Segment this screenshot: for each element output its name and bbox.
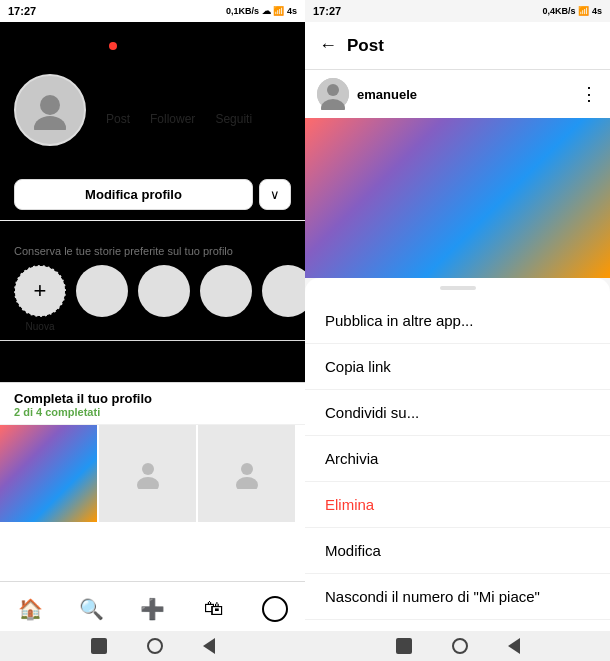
menu-item-archivia[interactable]: Archivia	[305, 436, 610, 482]
stat-post[interactable]: 1 Post	[106, 95, 130, 126]
system-nav-left	[0, 631, 305, 661]
menu-item-disattiva[interactable]: Disattiva i commenti	[305, 620, 610, 631]
menu-item-nascondi[interactable]: Nascondi il numero di "Mi piace"	[305, 574, 610, 620]
cell-placeholder-2	[99, 425, 196, 522]
complete-count: 2 di	[14, 406, 36, 418]
sys-square-left[interactable]	[91, 638, 107, 654]
right-panel: 17:27 0,4KB/s 📶 4s ← Post emanuele ⋮ Pub…	[305, 0, 610, 661]
stat-follower[interactable]: 1 Follower	[150, 95, 195, 126]
stories-section: Storie in evidenza ∧ Conserva le tue sto…	[0, 220, 305, 340]
edit-profile-button[interactable]: Modifica profilo	[14, 179, 253, 210]
post-avatar-icon	[317, 78, 349, 110]
time-left: 17:27	[8, 5, 36, 17]
sheet-handle	[440, 286, 476, 290]
nav-shop[interactable]: 🛍	[183, 590, 244, 627]
time-right: 17:27	[313, 5, 341, 17]
sys-square-right[interactable]	[396, 638, 412, 654]
post-user-row: emanuele ⋮	[305, 70, 610, 118]
new-post-icon[interactable]: ⊕	[246, 33, 264, 59]
sys-circle-left[interactable]	[147, 638, 163, 654]
sys-triangle-left[interactable]	[203, 638, 215, 654]
svg-point-0	[40, 95, 60, 115]
story-circle-3[interactable]	[200, 265, 252, 317]
back-button[interactable]: ←	[319, 35, 337, 56]
post-header: ← Post	[305, 22, 610, 70]
avatar-circle	[14, 74, 86, 146]
story-circle-2[interactable]	[138, 265, 190, 317]
story-4[interactable]	[262, 265, 305, 332]
system-nav-right	[305, 631, 610, 661]
nav-home[interactable]: 🏠	[0, 590, 61, 627]
sys-circle-right[interactable]	[452, 638, 468, 654]
svg-point-7	[327, 84, 339, 96]
post-title: Post	[347, 36, 596, 56]
story-new[interactable]: + Nuova	[14, 265, 66, 332]
dropdown-button[interactable]: ∨	[259, 179, 291, 210]
home-icon: 🏠	[18, 597, 43, 621]
sys-triangle-right[interactable]	[508, 638, 520, 654]
top-nav-icons: ⊕ ≡	[246, 33, 291, 59]
grid-cell-1[interactable]	[0, 425, 97, 522]
tab-grid[interactable]: ⊞	[0, 341, 153, 382]
grid-content: Completa il tuo profilo 2 di 4 completat…	[0, 383, 305, 581]
tab-tagged[interactable]: ⊡	[153, 341, 306, 382]
tab-bar: ⊞ ⊡	[0, 340, 305, 383]
menu-icon[interactable]: ≡	[278, 33, 291, 59]
seguiti-label: Seguiti	[215, 112, 252, 126]
plus-icon: +	[34, 278, 47, 304]
add-icon: ➕	[140, 597, 165, 621]
complete-title: Completa il tuo profilo	[14, 391, 291, 406]
shop-icon: 🛍	[204, 597, 224, 620]
three-dots-icon[interactable]: ⋮	[580, 83, 598, 105]
stories-title: Storie in evidenza	[14, 228, 125, 243]
stories-collapse-icon[interactable]: ∧	[281, 227, 291, 243]
tagged-icon: ⊡	[222, 351, 235, 370]
story-1[interactable]	[76, 265, 128, 332]
complete-total: 4 completati	[36, 406, 100, 418]
edit-row: Modifica profilo ∨	[0, 179, 305, 220]
cell-placeholder-3	[198, 425, 295, 522]
bottom-sheet: Pubblica in altre app... Copia link Cond…	[305, 278, 610, 631]
nav-search[interactable]: 🔍	[61, 590, 122, 627]
profile-section: 1 Post 1 Follower 1 Seguiti	[0, 70, 305, 156]
story-3[interactable]	[200, 265, 252, 332]
svg-point-5	[236, 477, 258, 489]
status-icons-right: 0,4KB/s 📶 4s	[542, 6, 602, 16]
grid-cell-3[interactable]	[198, 425, 295, 522]
username-label: emanuele	[14, 36, 92, 56]
menu-item-elimina[interactable]: Elimina	[305, 482, 610, 528]
seguiti-count: 1	[230, 95, 238, 112]
username-row: emanuele ∨	[14, 36, 117, 56]
avatar-placeholder-icon	[30, 90, 70, 130]
status-icons-left: 0,1KB/s ☁ 📶 4s	[226, 6, 297, 16]
grid-cell-2[interactable]	[99, 425, 196, 522]
grid-icon: ⊞	[70, 351, 83, 370]
new-story-circle[interactable]: +	[14, 265, 66, 317]
post-avatar	[317, 78, 349, 110]
avatar	[14, 74, 86, 146]
menu-item-pubblica[interactable]: Pubblica in altre app...	[305, 298, 610, 344]
story-circle-4[interactable]	[262, 265, 305, 317]
follower-label: Follower	[150, 112, 195, 126]
menu-item-condividi[interactable]: Condividi su...	[305, 390, 610, 436]
nav-profile[interactable]	[244, 590, 305, 627]
status-bar-left: 17:27 0,1KB/s ☁ 📶 4s	[0, 0, 305, 22]
stories-subtitle: Conserva le tue storie preferite sul tuo…	[14, 245, 291, 257]
menu-item-copia[interactable]: Copia link	[305, 344, 610, 390]
online-indicator	[109, 42, 117, 50]
profile-name: Emanuele	[0, 156, 305, 179]
stats-row: 1 Post 1 Follower 1 Seguiti	[106, 95, 252, 126]
new-story-label: Nuova	[26, 321, 55, 332]
stat-seguiti[interactable]: 1 Seguiti	[215, 95, 252, 126]
post-label: Post	[106, 112, 130, 126]
story-2[interactable]	[138, 265, 190, 332]
battery-icons-right: 📶 4s	[578, 6, 602, 16]
menu-item-modifica[interactable]: Modifica	[305, 528, 610, 574]
top-nav-left: emanuele ∨ ⊕ ≡	[0, 22, 305, 70]
grid-row-1	[0, 425, 305, 522]
nav-add[interactable]: ➕	[122, 590, 183, 627]
stories-header: Storie in evidenza ∧	[14, 227, 291, 243]
svg-point-3	[137, 477, 159, 489]
story-circle-1[interactable]	[76, 265, 128, 317]
bottom-nav: 🏠 🔍 ➕ 🛍	[0, 581, 305, 631]
